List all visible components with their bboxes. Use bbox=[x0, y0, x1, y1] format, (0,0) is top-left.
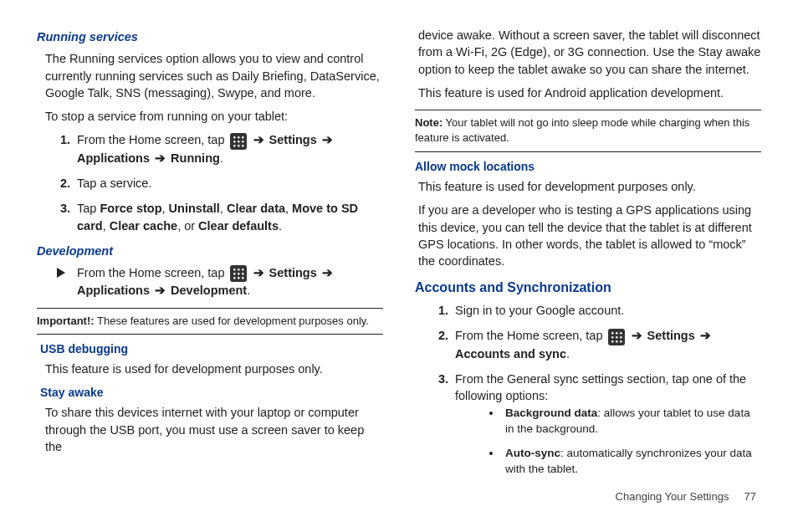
text-or: , or bbox=[177, 219, 198, 233]
note-text: Your tablet will not go into sleep mode … bbox=[415, 116, 749, 144]
label-development: Development bbox=[171, 284, 247, 297]
acct-step-2: From the Home screen, tap ➔ Settings ➔ A… bbox=[452, 327, 761, 361]
para-stop-intro: To stop a service from running on your t… bbox=[45, 108, 383, 125]
label-clear-defaults: Clear defaults bbox=[198, 219, 279, 233]
para-mock-desc: This feature is used for development pur… bbox=[418, 178, 761, 195]
arrow-icon: ➔ bbox=[632, 329, 642, 342]
heading-stay-awake: Stay awake bbox=[40, 385, 383, 402]
step-1: From the Home screen, tap ➔ Settings ➔ A… bbox=[74, 131, 383, 166]
acct-step-1: Sign in to your Google account. bbox=[452, 302, 761, 319]
s3-text: From the General sync settings section, … bbox=[455, 372, 746, 402]
label-applications: Applications bbox=[77, 151, 150, 165]
arrow-icon: ➔ bbox=[253, 133, 264, 146]
para-device-awake: device awake. Without a screen saver, th… bbox=[418, 27, 761, 78]
right-column: device awake. Without a screen saver, th… bbox=[415, 23, 761, 486]
label-background-data: Background data bbox=[505, 407, 597, 419]
step1-text: From the Home screen, tap bbox=[77, 133, 228, 146]
sync-options: Background data: allows your tablet to u… bbox=[482, 406, 761, 478]
s2-text: From the Home screen, tap bbox=[455, 329, 606, 342]
para-running-desc: The Running services option allows you t… bbox=[45, 50, 383, 101]
arrow-icon: ➔ bbox=[253, 266, 264, 279]
arrow-icon: ➔ bbox=[155, 284, 166, 297]
note-box: Note: Your tablet will not go into sleep… bbox=[415, 110, 761, 151]
acct-step-3: From the General sync settings section, … bbox=[452, 371, 761, 478]
left-column: Running services The Running services op… bbox=[37, 23, 383, 486]
apps-icon bbox=[230, 265, 247, 282]
label-settings: Settings bbox=[269, 266, 317, 279]
arrow-icon: ➔ bbox=[700, 329, 711, 342]
label-accounts-sync: Accounts and sync bbox=[455, 347, 566, 361]
arrow-icon: ➔ bbox=[322, 133, 333, 146]
arrow-icon: ➔ bbox=[155, 151, 166, 165]
heading-allow-mock: Allow mock locations bbox=[415, 159, 761, 176]
label-uninstall: Uninstall bbox=[169, 202, 220, 215]
step-2: Tap a service. bbox=[74, 175, 383, 192]
heading-development: Development bbox=[37, 243, 383, 259]
para-usb-desc: This feature is used for development pur… bbox=[45, 361, 383, 377]
triangle-bullet-icon bbox=[57, 268, 65, 278]
arrow-icon: ➔ bbox=[322, 266, 333, 279]
label-settings: Settings bbox=[269, 133, 317, 146]
heading-usb-debugging: USB debugging bbox=[40, 341, 383, 358]
important-note: Important!: These features are used for … bbox=[37, 308, 383, 335]
para-android-dev: This feature is used for Android applica… bbox=[418, 84, 761, 101]
label-auto-sync: Auto-sync bbox=[505, 447, 560, 459]
content-columns: Running services The Running services op… bbox=[37, 23, 761, 486]
label-applications: Applications bbox=[77, 284, 150, 297]
steps-accounts: Sign in to your Google account. From the… bbox=[415, 302, 761, 478]
heading-running-services: Running services bbox=[37, 28, 383, 45]
label-clear-cache: Clear cache bbox=[110, 219, 177, 233]
step3-text: Tap bbox=[77, 202, 100, 215]
apps-icon bbox=[230, 133, 247, 150]
para-stay-awake: To share this devices internet with your… bbox=[45, 404, 383, 455]
label-settings: Settings bbox=[647, 329, 695, 342]
label-clear-data: Clear data bbox=[227, 202, 285, 215]
development-nav-text: From the Home screen, tap ➔ Settings ➔ A… bbox=[77, 264, 383, 299]
footer-page-number: 77 bbox=[744, 490, 756, 503]
page-footer: Changing Your Settings 77 bbox=[37, 489, 761, 504]
bullet-background-data: Background data: allows your tablet to u… bbox=[502, 406, 761, 437]
label-running: Running bbox=[171, 151, 220, 165]
note-label: Note: bbox=[415, 116, 442, 129]
important-label: Important!: bbox=[37, 315, 95, 327]
important-text: These features are used for development … bbox=[95, 315, 369, 327]
bullet-auto-sync: Auto-sync: automatically synchronizes yo… bbox=[502, 446, 761, 478]
dev-text: From the Home screen, tap bbox=[77, 266, 228, 279]
apps-icon bbox=[608, 329, 625, 345]
heading-accounts-sync: Accounts and Synchronization bbox=[415, 279, 761, 297]
step-3: Tap Force stop, Uninstall, Clear data, M… bbox=[74, 200, 383, 234]
label-force-stop: Force stop bbox=[100, 202, 161, 215]
footer-label: Changing Your Settings bbox=[616, 490, 729, 503]
steps-running: From the Home screen, tap ➔ Settings ➔ A… bbox=[37, 131, 383, 233]
development-nav: From the Home screen, tap ➔ Settings ➔ A… bbox=[57, 264, 383, 299]
para-mock-detail: If you are a developer who is testing a … bbox=[418, 202, 761, 269]
